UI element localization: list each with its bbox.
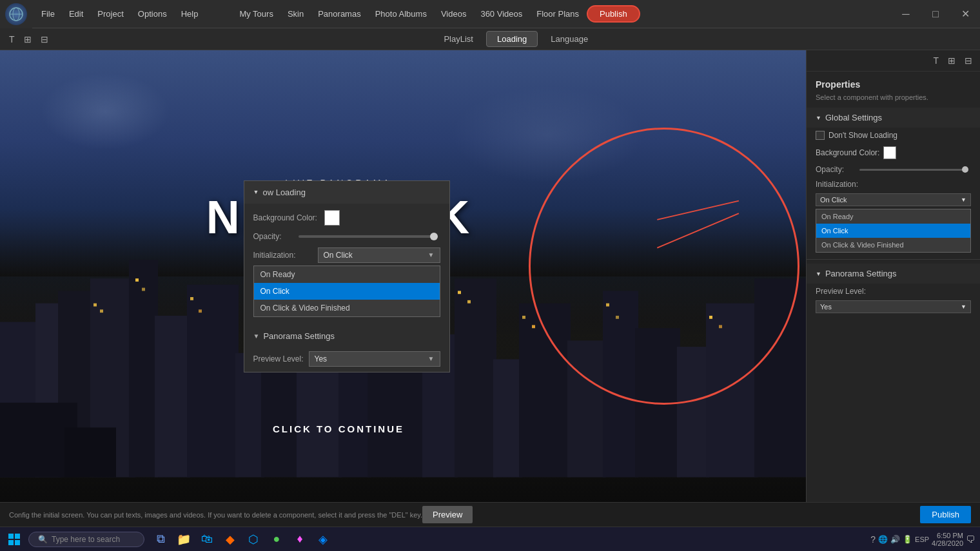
taskbar-app6[interactable]: ● [266,528,288,550]
taskbar-app4[interactable]: ◆ [219,528,241,550]
dont-show-checkbox[interactable] [816,131,825,140]
taskbar-help-icon: ? [870,534,876,545]
menu-project[interactable]: Project [91,6,130,21]
status-bar: Config the initial screen. You can put t… [0,502,980,527]
menu-bar: File Edit Project Options Help My Tours … [0,0,980,28]
rp-bg-color-row: Background Color: [807,143,980,162]
dropdown-on-click-video[interactable]: On Click & Video Finished [254,300,440,316]
logo-area[interactable] [0,0,32,28]
preview-level-select[interactable]: Yes ▼ [309,351,440,367]
tab-loading[interactable]: Loading [486,31,538,47]
rp-init-value: On Click [820,196,847,204]
nav-my-tours[interactable]: My Tours [233,6,280,21]
svg-rect-41 [709,316,712,319]
menu-edit[interactable]: Edit [63,6,90,21]
nav-panoramas[interactable]: Panoramas [311,6,367,21]
preview-row: Preview Level: Yes ▼ [244,346,449,372]
click-to-continue: CLICK TO CONTINUE [273,423,404,434]
publish-button[interactable]: Publish [920,506,971,523]
preview-level-value: Yes [315,354,328,363]
rp-subtitle: Select a component with properties. [807,92,980,108]
svg-rect-17 [493,360,522,478]
menu-options[interactable]: Options [132,6,173,21]
maximize-button[interactable]: □ [921,0,950,28]
dropdown-on-click[interactable]: On Click [254,283,440,300]
svg-rect-22 [677,347,709,478]
dropdown-on-ready[interactable]: On Ready [254,266,440,283]
rp-global-settings-header[interactable]: ▼ Global Settings [807,108,980,128]
text-format-icon[interactable]: T [6,33,17,46]
taskbar-search-placeholder: Type here to search [52,535,120,544]
rp-preview-level-label: Preview Level: [816,287,867,296]
rp-layout-icon[interactable]: ⊟ [962,54,975,67]
close-button[interactable]: ✕ [950,0,980,28]
rp-bg-color-swatch[interactable] [883,146,896,159]
menu-file[interactable]: File [35,6,61,21]
triangle-icon: ▼ [253,333,260,340]
taskbar-language: ESP [915,536,929,543]
init-value: On Click [324,251,353,260]
taskbar-edge[interactable]: ⬡ [242,528,264,550]
svg-rect-47 [8,534,14,539]
windows-start-button[interactable] [0,527,28,552]
rp-pano-settings-label: Panorama Settings [825,269,897,278]
nav-photo-albums[interactable]: Photo Albums [369,6,433,21]
menu-help[interactable]: Help [175,6,205,21]
rp-preview-select-container: Yes ▼ [807,299,980,316]
taskbar-right: ? 🌐 🔊 🔋 ESP 6:50 PM 4/28/2020 🗨 [870,532,980,547]
right-panel: T ⊞ ⊟ Properties Select a component with… [806,50,980,502]
svg-rect-16 [455,279,496,478]
svg-rect-28 [142,288,145,291]
svg-rect-29 [190,297,193,300]
nav-videos[interactable]: Videos [435,6,473,21]
rp-title: Properties [807,72,980,92]
layout-icon[interactable]: ⊟ [38,33,51,46]
nav-skin[interactable]: Skin [281,6,310,21]
taskbar-notifications-icon[interactable]: 🗨 [966,534,975,545]
taskbar-app7[interactable]: ♦ [289,528,311,550]
tab-playlist[interactable]: PlayList [433,32,484,46]
nav-360-videos[interactable]: 360 Videos [474,6,529,21]
window-controls: ─ □ ✕ [891,0,980,28]
bg-color-row: Background Color: [253,210,440,226]
loading-panel-header: ▼ ow Loading [244,181,449,204]
arrow-down-icon: ▼ [253,189,259,195]
opacity-slider[interactable] [299,235,438,238]
rp-global-settings-label: Global Settings [825,113,882,122]
rp-opacity-slider[interactable] [859,169,968,171]
svg-rect-18 [519,304,571,478]
init-dropdown: On Ready On Click On Click & Video Finis… [253,266,440,317]
svg-rect-30 [199,310,202,313]
svg-rect-39 [606,304,609,307]
rp-table-icon[interactable]: ⊞ [945,54,958,67]
rp-dont-show-label: Don't Show Loading [828,131,897,140]
rp-init-select[interactable]: On Click ▼ [816,193,971,206]
rp-preview-level-select[interactable]: Yes ▼ [816,300,971,313]
rp-triangle-icon: ▼ [816,115,821,121]
table-icon[interactable]: ⊞ [21,33,34,46]
taskbar-search-box[interactable]: 🔍 Type here to search [28,532,144,547]
pano-settings-header[interactable]: ▼ Panorama Settings [244,326,449,346]
tab-language[interactable]: Language [540,32,598,46]
preview-button[interactable]: Preview [422,506,473,523]
taskbar-store[interactable]: 🛍 [196,528,218,550]
rp-dropdown-on-click-video[interactable]: On Click & Video Finished [816,238,970,252]
taskbar-network-icon: 🌐 [878,535,888,544]
minimize-button[interactable]: ─ [891,0,921,28]
rp-pano-settings-header[interactable]: ▼ Panorama Settings [807,264,980,284]
taskbar-app8[interactable]: ◈ [312,528,334,550]
rp-init-row: Initialization: [807,177,980,192]
svg-rect-19 [567,341,606,478]
init-select[interactable]: On Click ▼ [318,247,440,263]
rp-dropdown-on-click[interactable]: On Click [816,224,970,238]
publish-menu-button[interactable]: Publish [587,5,640,23]
rp-text-icon[interactable]: T [930,54,941,67]
bg-color-swatch[interactable] [324,210,340,226]
taskbar-explorer[interactable]: 📁 [173,528,195,550]
rp-dont-show-row: Don't Show Loading [807,128,980,143]
taskbar-taskview[interactable]: ⧉ [150,528,172,550]
svg-rect-40 [616,316,619,319]
opacity-handle [430,233,438,240]
rp-dropdown-on-ready[interactable]: On Ready [816,209,970,224]
nav-floor-plans[interactable]: Floor Plans [530,6,585,21]
